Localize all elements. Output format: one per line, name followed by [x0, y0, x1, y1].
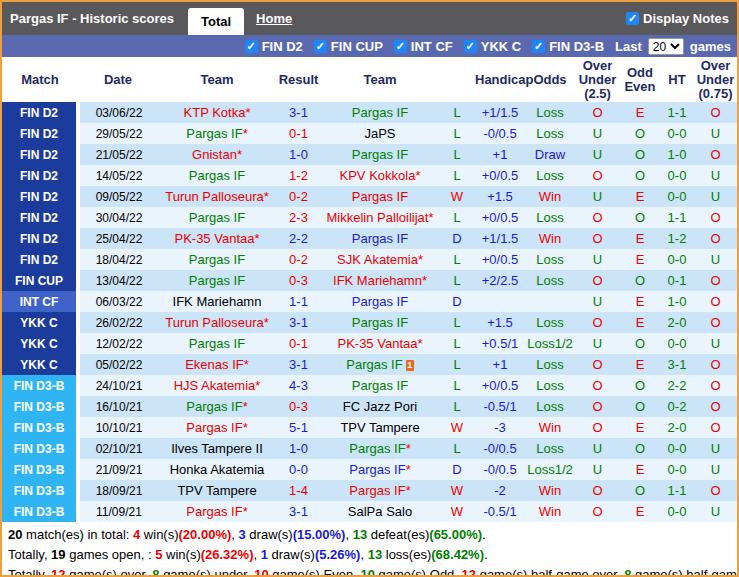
match-date: 10/10/21 — [78, 417, 158, 438]
handicap-result: Win — [525, 480, 575, 501]
over-under-075: U — [694, 123, 737, 144]
col-handicap: Handicap — [475, 57, 525, 102]
over-under-25: U — [575, 144, 620, 165]
league-badge: FIN D2 — [2, 144, 78, 165]
games-count-select[interactable]: 20 — [648, 38, 684, 55]
match-date: 24/10/21 — [78, 375, 158, 396]
filter-ykk-c: ✓ YKK C — [464, 39, 521, 54]
match-date: 09/05/22 — [78, 186, 158, 207]
home-advantage-star: * — [254, 231, 259, 246]
win-draw-loss: W — [439, 417, 475, 438]
away-team: Pargas IF — [321, 291, 439, 312]
over-under-25: O — [575, 312, 620, 333]
odd-even: E — [620, 417, 660, 438]
win-draw-loss: L — [439, 438, 475, 459]
home-advantage-star: * — [418, 252, 423, 267]
table-row: FIN D225/04/22PK-35 Vantaa*2-2Pargas IFD… — [2, 228, 737, 249]
league-badge: FIN CUP — [2, 270, 78, 291]
win-draw-loss: L — [439, 396, 475, 417]
full-time-score: 3-1 — [276, 354, 321, 375]
match-date: 29/05/22 — [78, 123, 158, 144]
handicap-line: +0.5/1 — [475, 333, 525, 354]
fin-d3-b-checkbox[interactable]: ✓ — [532, 40, 545, 53]
half-time-score: 0-0 — [660, 333, 694, 354]
league-badge: FIN D3-B — [2, 438, 78, 459]
over-under-075: O — [694, 102, 737, 123]
half-time-score: 0-2 — [660, 396, 694, 417]
handicap-result: Loss — [525, 375, 575, 396]
full-time-score: 0-2 — [276, 249, 321, 270]
home-team: Ilves Tampere II — [158, 438, 276, 459]
match-date: 06/03/22 — [78, 291, 158, 312]
handicap-result: Win — [525, 228, 575, 249]
col-wdl — [439, 57, 475, 102]
last-games-group: Last 20 games — [615, 38, 731, 55]
handicap-result: Loss — [525, 165, 575, 186]
full-time-score: 1-0 — [276, 438, 321, 459]
table-row: FIN D3-B02/10/21Ilves Tampere II1-0Parga… — [2, 438, 737, 459]
table-row: FIN D218/04/22Pargas IF0-2SJK Akatemia*L… — [2, 249, 737, 270]
win-draw-loss: L — [439, 312, 475, 333]
tab-home[interactable]: Home — [250, 11, 298, 26]
table-row: FIN D3-B21/09/21Honka Akatemia0-0Pargas … — [2, 459, 737, 480]
win-draw-loss: D — [439, 291, 475, 312]
handicap-result: Loss1/2 — [525, 459, 575, 480]
page-title: Pargas IF - Historic scores — [10, 11, 174, 26]
handicap-line: -3 — [475, 417, 525, 438]
table-row: FIN CUP13/04/22Pargas IF0-3IFK Mariehamn… — [2, 270, 737, 291]
handicap-line: +1 — [475, 144, 525, 165]
match-date: 26/02/22 — [78, 312, 158, 333]
handicap-line: +1 — [475, 354, 525, 375]
filter-int-cf: ✓ INT CF — [394, 39, 453, 54]
home-team: Pargas IF* — [158, 501, 276, 522]
over-under-25: U — [575, 438, 620, 459]
half-time-score: 0-0 — [660, 501, 694, 522]
odd-even: O — [620, 165, 660, 186]
home-advantage-star: * — [428, 210, 433, 225]
handicap-line: -0/0.5 — [475, 123, 525, 144]
col-date: Date — [78, 57, 158, 102]
over-under-075: O — [694, 270, 737, 291]
full-time-score: 5-1 — [276, 417, 321, 438]
handicap-result: Loss — [525, 270, 575, 291]
league-badge: FIN D2 — [2, 165, 78, 186]
over-under-25: O — [575, 375, 620, 396]
away-team: Mikkelin Palloilijat* — [321, 207, 439, 228]
match-date: 18/09/21 — [78, 480, 158, 501]
over-under-25: O — [575, 354, 620, 375]
over-under-25: U — [575, 333, 620, 354]
over-under-075: O — [694, 396, 737, 417]
tab-total[interactable]: Total — [188, 8, 244, 35]
odd-even: O — [620, 438, 660, 459]
win-draw-loss: W — [439, 186, 475, 207]
over-under-25: O — [575, 102, 620, 123]
odd-even: E — [620, 291, 660, 312]
full-time-score: 4-3 — [276, 375, 321, 396]
league-badge: FIN D2 — [2, 207, 78, 228]
fin-cup-checkbox[interactable]: ✓ — [314, 40, 327, 53]
odd-even: E — [620, 249, 660, 270]
table-row: FIN D229/05/22Pargas IF*0-1JaPSL-0/0.5Lo… — [2, 123, 737, 144]
summary-line-3: Totally, 12 game(s) over, 8 game(s) unde… — [8, 565, 731, 577]
fin-d2-checkbox[interactable]: ✓ — [245, 40, 258, 53]
home-advantage-star: * — [417, 336, 422, 351]
matches-tbody: FIN D203/06/22KTP Kotka*3-1Pargas IFL+1/… — [2, 102, 737, 522]
handicap-result: Loss — [525, 102, 575, 123]
match-date: 30/04/22 — [78, 207, 158, 228]
odd-even: O — [620, 144, 660, 165]
display-notes-checkbox[interactable]: ✓ — [626, 12, 639, 25]
half-time-score: 0-0 — [660, 249, 694, 270]
home-team: HJS Akatemia* — [158, 375, 276, 396]
league-badge: FIN D2 — [2, 123, 78, 144]
home-team: IFK Mariehamn — [158, 291, 276, 312]
half-time-score: 0-0 — [660, 123, 694, 144]
ykk-c-checkbox[interactable]: ✓ — [464, 40, 477, 53]
home-advantage-star: * — [264, 189, 269, 204]
over-under-075: O — [694, 375, 737, 396]
int-cf-checkbox[interactable]: ✓ — [394, 40, 407, 53]
handicap-result: Loss — [525, 354, 575, 375]
match-date: 11/09/21 — [78, 501, 158, 522]
over-under-075: U — [694, 333, 737, 354]
full-time-score: 1-2 — [276, 165, 321, 186]
over-under-25: U — [575, 459, 620, 480]
